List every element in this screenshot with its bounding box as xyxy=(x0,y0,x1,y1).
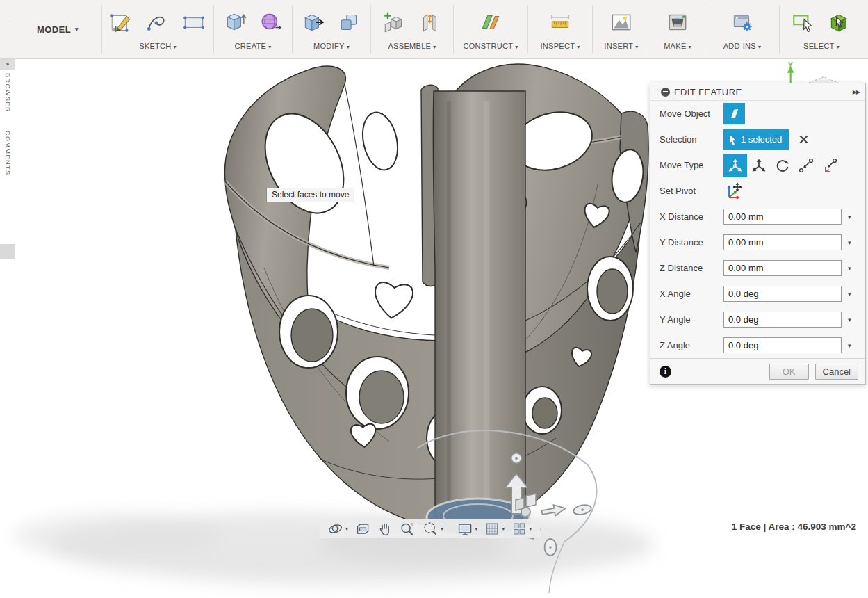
set-pivot-row: Set Pivot xyxy=(650,178,865,204)
chevron-down-icon: ▾ xyxy=(837,44,840,50)
move-object-faces-button[interactable] xyxy=(723,103,745,124)
rotate-handle-bottom[interactable] xyxy=(545,539,557,556)
set-pivot-label: Set Pivot xyxy=(660,186,723,196)
axis-y-label: Y xyxy=(788,60,794,69)
move-type-point-to-point-button[interactable] xyxy=(794,154,818,177)
x-angle-row: X Angle ▾ xyxy=(650,281,865,307)
move-type-free-move-button[interactable] xyxy=(723,154,747,177)
chevron-down-icon: ▾ xyxy=(345,526,348,532)
rotate-icon xyxy=(774,157,791,174)
chevron-down-icon[interactable]: ▾ xyxy=(848,213,851,220)
rectangle-icon[interactable] xyxy=(181,10,206,35)
measure-icon[interactable] xyxy=(548,10,573,35)
create-form-icon[interactable] xyxy=(259,10,284,35)
translate-icon xyxy=(751,157,767,174)
select-body-icon[interactable] xyxy=(827,10,852,35)
toolbar-group-inspect: INSPECT▾ xyxy=(528,0,592,58)
toolbar-drag-handle[interactable] xyxy=(4,0,14,58)
toolbar-group-label[interactable]: INSERT▾ xyxy=(604,42,638,50)
viewports-button[interactable]: ▾ xyxy=(509,521,533,537)
fusion360-window: MODEL ▾ xyxy=(0,0,868,598)
pan-button[interactable] xyxy=(375,521,394,537)
dialog-header[interactable]: EDIT FEATURE ▶▶ xyxy=(650,83,865,101)
toolbar-group-label[interactable]: MAKE▾ xyxy=(664,42,691,50)
window-select-icon[interactable] xyxy=(791,10,816,35)
joint-icon[interactable] xyxy=(418,10,443,35)
create-sketch-icon[interactable] xyxy=(109,10,134,35)
new-body-icon[interactable] xyxy=(222,10,247,35)
collapse-dialog-icon[interactable] xyxy=(661,88,670,97)
construction-plane-icon[interactable] xyxy=(478,10,503,35)
chevron-down-icon: ▾ xyxy=(174,44,177,50)
display-settings-button[interactable]: ▾ xyxy=(455,521,479,537)
grid-display-button[interactable]: ▾ xyxy=(482,521,506,537)
chevron-down-icon[interactable]: ▾ xyxy=(848,316,851,323)
toolbar-group-addins: ADD-INS▾ xyxy=(705,0,779,58)
toolbar-group-label[interactable]: INSPECT▾ xyxy=(540,42,580,50)
toolbar-group-label[interactable]: ASSEMBLE▾ xyxy=(388,42,436,50)
toolbar-group-label[interactable]: SELECT▾ xyxy=(803,42,840,50)
cancel-button[interactable]: Cancel xyxy=(815,364,858,380)
toolbar-group-label[interactable]: ADD-INS▾ xyxy=(723,42,762,50)
selection-count: 1 selected xyxy=(741,134,782,145)
spline-icon[interactable] xyxy=(145,10,170,35)
insert-image-icon[interactable] xyxy=(609,10,634,35)
rotate-handle-right[interactable] xyxy=(573,503,592,516)
toolbar-group-label[interactable]: CREATE▾ xyxy=(235,42,272,50)
z-angle-row: Z Angle ▾ xyxy=(650,332,865,358)
pan-hand-icon xyxy=(377,521,393,537)
set-pivot-button[interactable] xyxy=(723,181,743,201)
cursor-icon xyxy=(728,134,738,145)
chevron-down-icon[interactable]: ▾ xyxy=(848,291,851,298)
toolbar-group-label[interactable]: MODIFY▾ xyxy=(313,42,350,50)
zoom-button[interactable]: ± xyxy=(398,521,417,537)
clear-selection-button[interactable] xyxy=(799,134,809,145)
scripts-addins-icon[interactable] xyxy=(730,10,755,35)
toolbar-group-modify: MODIFY▾ xyxy=(293,0,370,58)
workspace-switcher[interactable]: MODEL ▾ xyxy=(14,0,101,58)
info-button[interactable]: i xyxy=(660,366,671,378)
look-at-button[interactable] xyxy=(353,521,372,537)
chevron-down-icon[interactable]: ▾ xyxy=(848,342,851,349)
move-type-rotate-button[interactable] xyxy=(771,154,794,177)
selection-button[interactable]: 1 selected xyxy=(723,129,789,150)
x-angle-label: X Angle xyxy=(660,289,723,299)
sidebar-tab-comments[interactable]: COMMENTS xyxy=(4,131,11,176)
combine-icon[interactable] xyxy=(337,10,362,35)
toolbar-group-label[interactable]: CONSTRUCT▾ xyxy=(463,42,518,50)
zoom-icon: ± xyxy=(399,521,416,537)
orbit-button[interactable]: ▾ xyxy=(326,521,350,537)
y-angle-input[interactable] xyxy=(723,312,842,328)
x-distance-row: X Distance ▾ xyxy=(650,204,865,229)
model-center-cylinder[interactable] xyxy=(433,91,525,528)
fit-button[interactable]: ▾ xyxy=(420,521,445,537)
chevron-down-icon: ▾ xyxy=(529,526,532,532)
dialog-expand-icon[interactable]: ▶▶ xyxy=(853,89,860,95)
move-arrow-right[interactable] xyxy=(541,503,566,518)
x-angle-input[interactable] xyxy=(723,286,842,302)
grid-icon xyxy=(484,521,500,537)
chevron-down-icon[interactable]: ▾ xyxy=(848,239,851,246)
press-pull-icon[interactable] xyxy=(301,10,326,35)
dialog-grip[interactable] xyxy=(655,88,657,96)
manipulator-cube-handle[interactable] xyxy=(526,494,536,507)
z-distance-input[interactable] xyxy=(723,260,842,276)
move-type-translate-button[interactable] xyxy=(747,154,771,177)
chevron-down-icon[interactable]: ▾ xyxy=(848,265,851,272)
y-distance-input[interactable] xyxy=(723,234,842,250)
new-component-icon[interactable] xyxy=(382,10,407,35)
chevron-down-icon: ▾ xyxy=(75,26,79,33)
toolbar-group-label[interactable]: SKETCH▾ xyxy=(139,42,177,50)
x-distance-input[interactable] xyxy=(723,209,842,225)
y-distance-label: Y Distance xyxy=(660,237,723,248)
ok-button[interactable]: OK xyxy=(769,364,809,380)
z-angle-label: Z Angle xyxy=(660,340,723,350)
panel-resize-handle[interactable] xyxy=(0,244,15,259)
manipulator-cube-handle[interactable] xyxy=(516,498,524,510)
expand-browser-icon[interactable]: » xyxy=(0,59,15,70)
sidebar-tab-browser[interactable]: BROWSER xyxy=(4,73,11,113)
3d-print-icon[interactable] xyxy=(665,10,690,35)
z-angle-input[interactable] xyxy=(723,337,842,353)
y-distance-row: Y Distance ▾ xyxy=(650,229,865,255)
move-type-point-to-position-button[interactable] xyxy=(818,154,842,177)
